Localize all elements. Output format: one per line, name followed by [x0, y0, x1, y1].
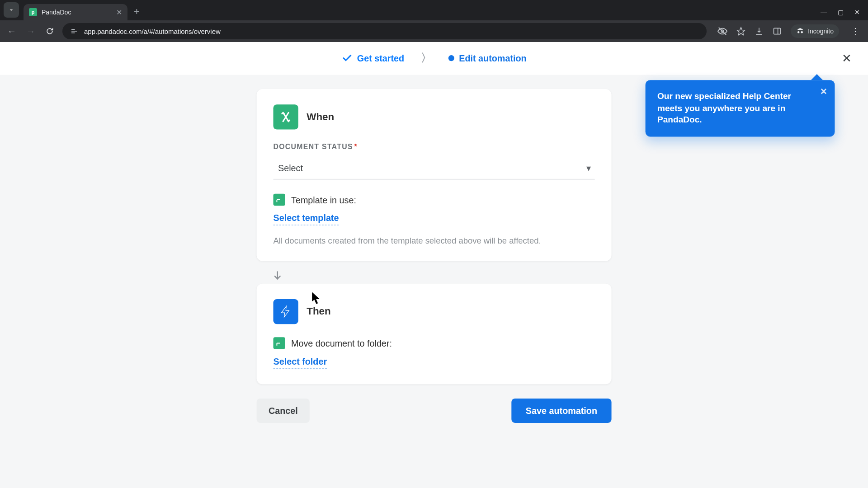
bookmark-star-icon[interactable] [736, 27, 745, 36]
forward-button: → [24, 26, 37, 37]
incognito-indicator[interactable]: Incognito [791, 24, 839, 38]
document-status-select[interactable]: Select ▾ [274, 157, 595, 179]
then-icon [274, 299, 298, 324]
when-card: When DOCUMENT STATUS* Select ▾ Template … [257, 89, 612, 261]
cancel-button[interactable]: Cancel [257, 399, 310, 423]
when-icon [274, 104, 298, 129]
tab-search-button[interactable] [4, 2, 19, 18]
svg-marker-2 [737, 28, 745, 35]
close-popup-icon[interactable]: ✕ [820, 86, 828, 98]
step-label: Get started [357, 53, 404, 63]
then-card: Then Move document to folder: Select fol… [257, 284, 612, 385]
pandadoc-badge-icon [274, 194, 285, 206]
window-controls: — ▢ ✕ [812, 9, 868, 20]
address-bar[interactable]: app.pandadoc.com/a/#/automations/overvie… [62, 23, 707, 39]
help-popup-text: Our new specialized Help Center meets yo… [657, 91, 791, 124]
browser-tabstrip: p PandaDoc ✕ + — ▢ ✕ [0, 0, 868, 20]
reload-button[interactable] [43, 27, 56, 36]
browser-toolbar: ← → app.pandadoc.com/a/#/automations/ove… [0, 20, 868, 42]
card-title: Then [307, 305, 330, 317]
chevron-down-icon: ▾ [586, 163, 591, 174]
move-to-folder-label: Move document to folder: [291, 338, 392, 348]
help-center-popup: ✕ Our new specialized Help Center meets … [646, 80, 835, 136]
tab-title: PandaDoc [42, 9, 112, 16]
actions-row: Cancel Save automation [257, 399, 612, 423]
step-get-started[interactable]: Get started [342, 53, 405, 64]
close-tab-icon[interactable]: ✕ [116, 8, 122, 17]
pandadoc-badge-icon [274, 337, 285, 349]
svg-rect-3 [774, 28, 781, 34]
side-panel-icon[interactable] [773, 27, 782, 36]
incognito-label: Incognito [808, 28, 834, 35]
active-dot-icon [448, 55, 454, 61]
chevron-right-icon: 〉 [421, 51, 432, 66]
select-folder-link[interactable]: Select folder [274, 356, 327, 369]
card-title: When [307, 111, 334, 123]
browser-menu-icon[interactable]: ⋮ [848, 26, 863, 37]
stepper-bar: Get started 〉 Edit automation ✕ [0, 42, 868, 75]
new-tab-button[interactable]: + [127, 6, 146, 20]
minimize-icon[interactable]: — [821, 9, 827, 16]
eye-off-icon[interactable] [717, 26, 727, 36]
close-panel-button[interactable]: ✕ [838, 50, 855, 66]
step-label: Edit automation [459, 53, 526, 63]
back-button[interactable]: ← [5, 26, 18, 37]
select-placeholder: Select [278, 163, 303, 173]
flow-arrow-icon [257, 267, 612, 284]
browser-tab[interactable]: p PandaDoc ✕ [24, 4, 127, 20]
save-automation-button[interactable]: Save automation [511, 399, 611, 423]
step-edit-automation[interactable]: Edit automation [448, 53, 527, 63]
select-template-link[interactable]: Select template [274, 213, 339, 225]
template-in-use-label: Template in use: [291, 195, 356, 205]
pandadoc-favicon-icon: p [29, 8, 37, 16]
template-hint: All documents created from the template … [274, 236, 595, 245]
url-text: app.pandadoc.com/a/#/automations/overvie… [84, 28, 221, 35]
site-info-icon[interactable] [70, 27, 79, 36]
close-window-icon[interactable]: ✕ [854, 9, 860, 16]
downloads-icon[interactable] [755, 27, 764, 36]
document-status-label: DOCUMENT STATUS* [274, 143, 595, 151]
maximize-icon[interactable]: ▢ [838, 9, 844, 16]
